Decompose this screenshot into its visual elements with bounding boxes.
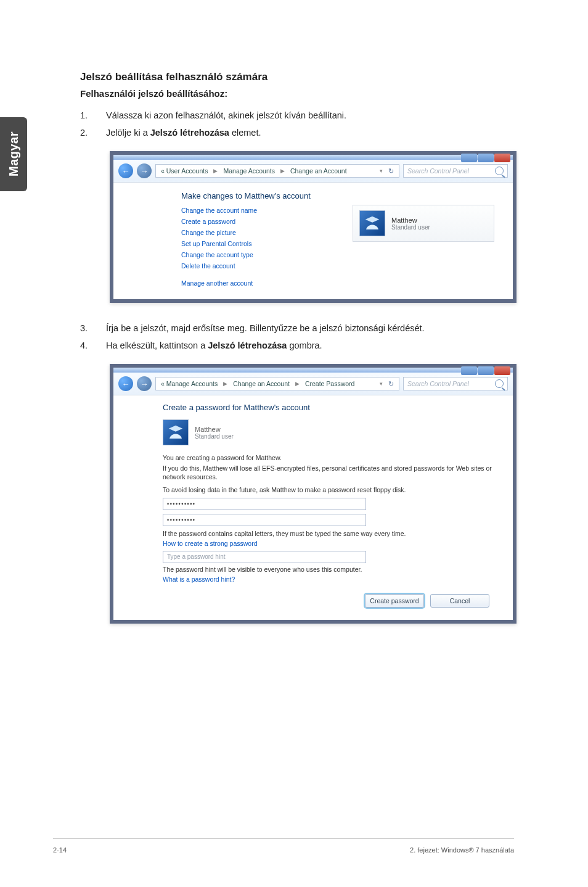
bold-term: Jelszó létrehozása [150,128,229,138]
forward-button[interactable]: → [137,163,152,178]
main-content: Jelszó beállítása felhasználó számára Fe… [80,71,524,641]
account-text: Matthew Standard user [195,426,234,440]
button-row: Create password Cancel [163,594,496,608]
account-name: Matthew [391,217,430,224]
link-change-type[interactable]: Change the account type [181,251,496,258]
password-hint-field[interactable]: Type a password hint [163,551,366,563]
confirm-password-field[interactable]: •••••••••• [163,514,366,526]
section-title: Jelszó beállítása felhasználó számára [80,71,524,83]
step-text: Válassza ki azon felhasználót, akinek je… [106,107,346,125]
screenshot-2: ← → « Manage Accounts▶ Change an Account… [110,364,524,624]
step-3: 3. Írja be a jelszót, majd erősítse meg.… [80,320,524,337]
user-block: Matthew Standard user [163,419,496,445]
footer-rule [53,838,514,839]
new-password-field[interactable]: •••••••••• [163,498,366,510]
step-number: 4. [80,337,91,355]
titlebar [110,364,517,373]
step-4: 4. Ha elkészült, kattintson a Jelszó lét… [80,337,524,355]
account-type: Standard user [391,224,430,231]
pane-heading: Make changes to Matthew's account [181,191,496,200]
warning-text: If you do this, Matthew will lose all EF… [163,464,496,481]
avatar [163,419,189,445]
window-change-account: ← → « User Accounts▶ Manage Accounts▶ Ch… [110,151,517,303]
step-text: Írja be a jelszót, majd erősítse meg. Bi… [106,320,425,337]
step-text: Jelölje ki a Jelszó létrehozása elemet. [106,125,261,142]
account-text: Matthew Standard user [391,217,430,231]
link-delete-account[interactable]: Delete the account [181,262,496,270]
minimize-button[interactable] [461,366,477,375]
search-input[interactable]: Search Control Panel [403,377,508,390]
step-text: Ha elkészült, kattintson a Jelszó létreh… [106,337,322,355]
bold-term: Jelszó létrehozása [208,340,287,350]
content-pane: Make changes to Matthew's account Change… [113,183,513,299]
nav-row: ← → « User Accounts▶ Manage Accounts▶ Ch… [113,160,513,183]
search-icon [495,167,504,175]
back-button[interactable]: ← [118,376,133,391]
window-create-password: ← → « Manage Accounts▶ Change an Account… [110,364,517,624]
step-2: 2. Jelölje ki a Jelszó létrehozása eleme… [80,125,524,142]
account-name: Matthew [195,426,234,433]
user-icon [166,423,185,442]
pane-heading: Create a password for Matthew's account [163,403,496,412]
link-manage-another[interactable]: Manage another account [181,279,253,287]
account-summary: Matthew Standard user [353,205,494,242]
create-password-button[interactable]: Create password [365,594,424,608]
step-number: 1. [80,107,91,125]
advice-text: To avoid losing data in the future, ask … [163,485,496,494]
window-buttons [461,366,510,375]
screenshot-1: ← → « User Accounts▶ Manage Accounts▶ Ch… [110,151,524,303]
avatar [359,210,385,236]
breadcrumb[interactable]: « Manage Accounts▶ Change an Account▶ Cr… [155,377,399,390]
forward-button[interactable]: → [137,376,152,391]
maximize-button[interactable] [478,154,494,162]
link-strong-password[interactable]: How to create a strong password [163,540,496,547]
breadcrumb[interactable]: « User Accounts▶ Manage Accounts▶ Change… [155,164,399,178]
footer-row: 2-14 2. fejezet: Windows® 7 használata [53,846,514,854]
section-subtitle: Felhasználói jelszó beállításához: [80,88,524,99]
language-label: Magyar [7,131,21,176]
capital-note: If the password contains capital letters… [163,530,496,537]
minimize-button[interactable] [461,154,477,162]
close-button[interactable] [494,366,510,375]
nav-row: ← → « Manage Accounts▶ Change an Account… [113,373,513,395]
creating-for-note: You are creating a password for Matthew. [163,454,496,461]
search-input[interactable]: Search Control Panel [403,164,508,178]
step-number: 3. [80,320,91,337]
close-button[interactable] [494,154,510,162]
cancel-button[interactable]: Cancel [430,594,489,608]
page-number: 2-14 [53,846,67,854]
search-icon [495,379,504,388]
content-pane: Create a password for Matthew's account … [113,395,513,620]
window-buttons [461,154,510,162]
steps-list: 1. Válassza ki azon felhasználót, akinek… [80,107,524,141]
account-type: Standard user [195,433,234,440]
step-1: 1. Válassza ki azon felhasználót, akinek… [80,107,524,125]
step-number: 2. [80,125,91,142]
back-button[interactable]: ← [118,163,133,178]
titlebar [110,151,517,160]
link-what-is-hint[interactable]: What is a password hint? [163,576,496,583]
hint-visibility-note: The password hint will be visible to eve… [163,566,496,573]
language-tab: Magyar [0,117,27,191]
chapter-label: 2. fejezet: Windows® 7 használata [410,846,514,854]
maximize-button[interactable] [478,366,494,375]
steps-list-cont: 3. Írja be a jelszót, majd erősítse meg.… [80,320,524,354]
user-icon [363,214,382,233]
